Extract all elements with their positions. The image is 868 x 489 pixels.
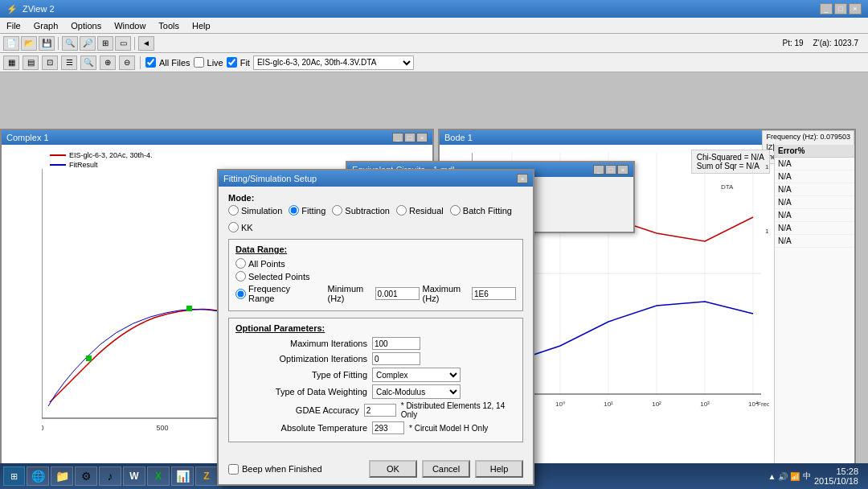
radio-batch[interactable] <box>450 205 461 216</box>
mode-subtraction[interactable]: Subtraction <box>332 205 390 216</box>
mode-batch[interactable]: Batch Fitting <box>450 205 512 216</box>
mode-residual-label: Residual <box>409 206 444 216</box>
mode-simulation-label: Simulation <box>241 206 282 216</box>
minimize-button[interactable]: _ <box>820 3 833 14</box>
all-files-checkbox[interactable] <box>145 57 156 68</box>
svg-text:500: 500 <box>156 424 168 432</box>
radio-residual[interactable] <box>396 205 407 216</box>
menu-window[interactable]: Window <box>108 19 152 32</box>
taskbar-settings[interactable]: ⚙ <box>75 466 97 486</box>
save-button[interactable]: 💾 <box>39 36 55 51</box>
eq-close[interactable]: × <box>617 165 628 175</box>
maximize-button[interactable]: □ <box>834 3 847 14</box>
freq-range-label[interactable]: Frequency Range <box>235 284 310 303</box>
beep-checkbox[interactable] <box>228 464 239 475</box>
close-button[interactable]: × <box>849 3 862 14</box>
all-files-label[interactable]: All Files <box>159 58 190 68</box>
help-button[interactable]: Help <box>475 460 523 478</box>
file-select[interactable]: EIS-glc-6-3, 20Ac, 30th-4.3V.DTA <box>253 55 414 70</box>
svg-text:10⁵: 10⁵ <box>765 228 769 235</box>
zoom-area[interactable]: 🔍 <box>80 55 96 70</box>
radio-simulation[interactable] <box>228 205 239 216</box>
mode-residual[interactable]: Residual <box>396 205 444 216</box>
zoom-in-button[interactable]: 🔍 <box>62 36 78 51</box>
clock-date: 2015/10/18 <box>814 476 858 486</box>
radio-subtraction[interactable] <box>332 205 342 216</box>
taskbar-chart[interactable]: 📊 <box>171 466 194 486</box>
grid-btn-2[interactable]: ▤ <box>23 55 39 70</box>
bode-freq: Frequency (Hz): 0.079503 <box>766 132 850 142</box>
radio-kk[interactable] <box>228 222 239 232</box>
complex-restore[interactable]: □ <box>404 133 416 142</box>
selected-points-label[interactable]: Selected Points <box>235 271 309 281</box>
zoom-in2[interactable]: ⊕ <box>100 55 116 70</box>
new-button[interactable]: 📄 <box>3 36 19 51</box>
bode-right-panel: Error% N/A N/A N/A N/A N/A N/A N/A <box>774 145 854 473</box>
complex-minimize[interactable]: _ <box>392 133 403 142</box>
beep-check[interactable]: Beep when Finished <box>228 464 322 475</box>
temp-input[interactable] <box>372 421 404 434</box>
taskbar-ie[interactable]: 🌐 <box>27 466 49 486</box>
taskbar-word[interactable]: W <box>123 466 145 486</box>
live-label[interactable]: Live <box>207 58 223 68</box>
zoom-out2[interactable]: ⊖ <box>119 55 135 70</box>
freq-inputs-row: Minimum (Hz) Maximum (Hz) <box>328 284 516 303</box>
taskbar-excel[interactable]: X <box>147 466 170 486</box>
complex-title-bar: Complex 1 _ □ × <box>2 130 432 145</box>
eq-restore[interactable]: □ <box>605 165 616 175</box>
min-hz-input[interactable] <box>375 287 420 300</box>
sys-tray-icons: ▲ 🔊 📶 <box>768 472 799 481</box>
taskbar-zview[interactable]: Z <box>195 466 218 486</box>
all-points-label[interactable]: All Points <box>235 258 285 269</box>
taskbar-media[interactable]: ♪ <box>99 466 121 486</box>
complex-title: Complex 1 <box>6 133 49 142</box>
grid-btn-4[interactable]: ☰ <box>61 55 77 70</box>
data-weighting-select[interactable]: Calc-Modulus Unit Data-Modulus <box>372 384 461 399</box>
menu-options[interactable]: Options <box>64 19 108 32</box>
sep-2 <box>134 37 135 50</box>
beep-label[interactable]: Beep when Finished <box>242 464 322 474</box>
ok-button[interactable]: OK <box>369 460 417 478</box>
radio-freq-range[interactable] <box>235 289 246 299</box>
mode-fitting[interactable]: Fitting <box>289 205 326 216</box>
mode-kk[interactable]: KK <box>228 222 253 232</box>
mode-simulation[interactable]: Simulation <box>228 205 282 216</box>
eq-minimize[interactable]: _ <box>593 165 604 175</box>
grid-btn-3[interactable]: ⊡ <box>42 55 58 70</box>
fitting-type-label: Type of Fitting <box>235 370 372 380</box>
menu-tools[interactable]: Tools <box>152 19 186 32</box>
live-checkbox[interactable] <box>194 57 204 68</box>
selected-points-row: Selected Points <box>235 271 516 281</box>
title-bar: ⚡ ZView 2 _ □ × <box>0 0 868 18</box>
freq-range-text: Frequency Range <box>248 284 310 303</box>
nav-prev-button[interactable]: ◄ <box>138 36 154 51</box>
complex-close[interactable]: × <box>416 133 428 142</box>
taskbar-folder[interactable]: 📁 <box>51 466 73 486</box>
fitting-dialog-close[interactable]: × <box>517 174 528 183</box>
radio-selected-points[interactable] <box>235 271 246 281</box>
zoom-out-button[interactable]: 🔎 <box>80 36 96 51</box>
max-hz-input[interactable] <box>472 287 516 300</box>
radio-fitting[interactable] <box>289 205 299 216</box>
zoom-select-button[interactable]: ▭ <box>115 36 131 51</box>
radio-all-points[interactable] <box>235 258 246 269</box>
status-za: Z'(a): 1023.7 <box>813 39 858 47</box>
fit-checkbox[interactable] <box>227 57 237 68</box>
open-button[interactable]: 📂 <box>21 36 37 51</box>
menu-help[interactable]: Help <box>186 19 217 32</box>
cancel-button[interactable]: Cancel <box>422 460 470 478</box>
fit-label[interactable]: Fit <box>240 58 250 68</box>
opt-iter-input[interactable] <box>372 352 420 365</box>
error-row-6: N/A <box>775 222 854 235</box>
grid-btn-1[interactable]: ▦ <box>3 55 19 70</box>
start-button[interactable]: ⊞ <box>3 466 25 486</box>
zoom-fit-button[interactable]: ⊞ <box>97 36 113 51</box>
fitting-type-select[interactable]: Complex Real Imaginary <box>372 368 461 382</box>
toolbar-1: 📄 📂 💾 🔍 🔎 ⊞ ▭ ◄ Pt: 19 Z'(a): 1023.7 <box>0 34 868 53</box>
menu-file[interactable]: File <box>0 19 27 32</box>
menu-graph[interactable]: Graph <box>27 19 65 32</box>
temp-label: Absolute Temperature <box>235 423 372 433</box>
gdae-input[interactable] <box>364 404 396 417</box>
max-iter-input[interactable] <box>372 337 420 350</box>
status-display: Pt: 19 Z'(a): 1023.7 <box>782 39 865 47</box>
